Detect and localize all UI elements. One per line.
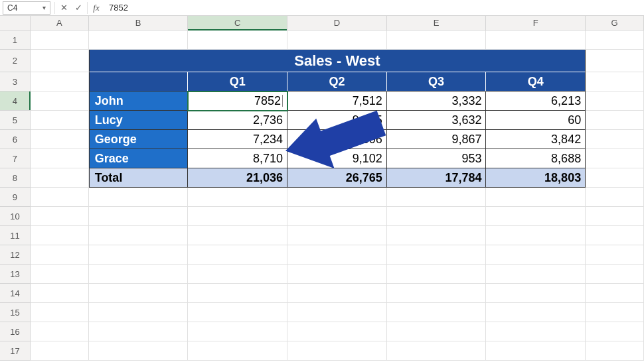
total-label[interactable]: Total [89,168,189,188]
row-header-10[interactable]: 10 [0,207,31,226]
cell[interactable] [486,245,586,265]
data-cell[interactable]: 7,512 [287,91,387,111]
name-box[interactable]: C4 ▾ [3,1,50,15]
cell[interactable] [31,265,89,284]
cell[interactable] [387,30,487,50]
cell[interactable] [31,111,89,130]
total-cell[interactable]: 18,803 [486,168,586,188]
cell[interactable] [287,341,387,361]
cell[interactable] [31,130,89,149]
name-cell[interactable]: John [89,91,189,111]
cell[interactable] [486,207,586,226]
cell[interactable] [89,284,189,303]
cell[interactable] [188,284,287,303]
row-header-15[interactable]: 15 [0,303,31,322]
cell[interactable] [486,284,586,303]
cell[interactable] [586,50,644,72]
data-cell[interactable]: 7,506 [287,130,387,149]
cell[interactable] [31,341,89,361]
data-cell[interactable]: 8,710 [188,149,287,168]
row-header-16[interactable]: 16 [0,322,31,341]
cell[interactable] [89,245,189,265]
cell[interactable] [89,226,189,245]
cell[interactable] [188,226,287,245]
data-cell[interactable]: 3,332 [387,91,487,111]
cell[interactable] [387,207,487,226]
cell[interactable] [287,226,387,245]
col-header-G[interactable]: G [586,16,644,30]
row-header-11[interactable]: 11 [0,226,31,245]
data-cell[interactable]: 9,645 [287,111,387,130]
cell[interactable] [287,188,387,207]
data-cell[interactable]: 953 [387,149,487,168]
cell[interactable] [188,265,287,284]
cell[interactable] [31,91,89,111]
row-header-9[interactable]: 9 [0,188,31,207]
cell[interactable] [31,245,89,265]
col-header-A[interactable]: A [31,16,89,30]
cell[interactable] [586,91,644,111]
cell[interactable] [486,303,586,322]
cell[interactable] [486,265,586,284]
cell[interactable] [387,226,487,245]
name-cell[interactable]: Grace [89,149,189,168]
cell[interactable] [586,322,644,341]
cell[interactable] [586,130,644,149]
row-header-5[interactable]: 5 [0,111,31,130]
cell[interactable] [586,168,644,188]
cell[interactable] [89,303,189,322]
col-header-B[interactable]: B [89,16,189,30]
cell[interactable] [287,284,387,303]
cell[interactable] [188,341,287,361]
cell[interactable] [31,284,89,303]
cell[interactable] [287,30,387,50]
col-header-C[interactable]: C [188,16,287,30]
cell[interactable] [31,303,89,322]
data-cell[interactable]: 9,102 [287,149,387,168]
cell[interactable] [586,188,644,207]
cell[interactable] [387,245,487,265]
cell[interactable] [188,303,287,322]
cell[interactable] [188,245,287,265]
cell[interactable] [486,226,586,245]
cell[interactable] [287,207,387,226]
cell[interactable] [31,50,89,72]
cell[interactable] [586,30,644,50]
cell[interactable] [586,207,644,226]
data-cell[interactable]: 2,736 [188,111,287,130]
cell[interactable] [188,322,287,341]
cell[interactable] [31,72,89,91]
cell[interactable] [89,322,189,341]
cell[interactable] [586,341,644,361]
data-cell[interactable]: 3,842 [486,130,586,149]
cell[interactable] [31,322,89,341]
row-header-12[interactable]: 12 [0,245,31,265]
cell[interactable] [287,303,387,322]
table-title[interactable]: Sales - West [89,50,586,72]
cell[interactable] [486,30,586,50]
cell[interactable] [586,226,644,245]
cell[interactable] [287,245,387,265]
cell[interactable] [586,303,644,322]
cell[interactable] [188,207,287,226]
row-header-8[interactable]: 8 [0,168,31,188]
cell[interactable] [586,111,644,130]
total-cell[interactable]: 21,036 [188,168,287,188]
cell[interactable] [387,341,487,361]
data-cell[interactable]: 3,632 [387,111,487,130]
cell[interactable] [89,265,189,284]
row-header-13[interactable]: 13 [0,265,31,284]
total-cell[interactable]: 17,784 [387,168,487,188]
insert-function-icon[interactable]: fx [89,1,104,15]
cell[interactable] [31,207,89,226]
cell[interactable] [586,245,644,265]
cell[interactable] [89,72,189,91]
cell[interactable] [89,188,189,207]
formula-input[interactable] [104,1,644,15]
cell[interactable] [586,284,644,303]
col-header-q4[interactable]: Q4 [486,72,586,91]
cell[interactable] [89,341,189,361]
select-all-corner[interactable] [0,16,31,30]
cell[interactable] [486,341,586,361]
cell[interactable] [188,30,287,50]
